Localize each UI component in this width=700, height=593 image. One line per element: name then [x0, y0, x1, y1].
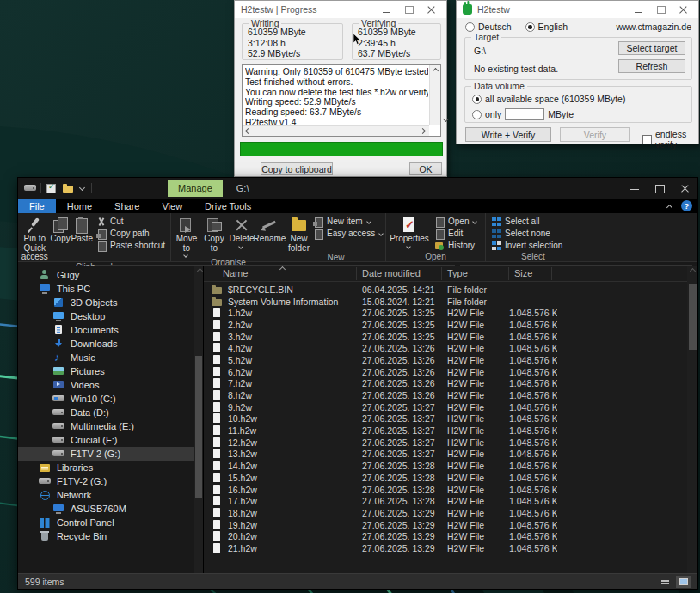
- scroll-right-icon[interactable]: [419, 126, 429, 137]
- column-header-type[interactable]: Type: [442, 267, 509, 280]
- paste-button[interactable]: Paste: [71, 215, 94, 244]
- manage-tab[interactable]: Manage: [168, 180, 223, 197]
- refresh-button[interactable]: Refresh: [618, 59, 685, 73]
- close-icon[interactable]: [672, 179, 697, 199]
- mbyte-amount-field[interactable]: [505, 108, 544, 120]
- verify-button[interactable]: Verify: [560, 127, 630, 142]
- deutsch-label[interactable]: Deutsch: [478, 21, 512, 32]
- ribbon-tab[interactable]: Share: [103, 199, 150, 213]
- file-row[interactable]: 3.h2w 27.06.2025. 13:25 H2W File 1.048.5…: [204, 331, 687, 343]
- log-horizontal-scrollbar[interactable]: [243, 125, 429, 136]
- maximize-icon[interactable]: [648, 179, 672, 199]
- maximize-icon[interactable]: [398, 2, 421, 17]
- close-icon[interactable]: [672, 2, 695, 17]
- endless-verify-checkbox[interactable]: [642, 135, 652, 144]
- paste-shortcut-button[interactable]: Paste shortcut: [96, 240, 165, 251]
- quick-access-dropdown-icon[interactable]: [78, 184, 87, 193]
- sidebar-item[interactable]: ASUSB760M: [18, 502, 194, 516]
- ok-button[interactable]: OK: [409, 162, 442, 175]
- invert-selection-button[interactable]: Invert selection: [491, 240, 562, 251]
- new-folder-button[interactable]: New folder: [288, 215, 310, 253]
- file-row[interactable]: 16.h2w 27.06.2025. 13:28 H2W File 1.048.…: [204, 484, 687, 496]
- file-row[interactable]: System Volume Information 15.08.2024. 12…: [204, 296, 687, 308]
- collapse-ribbon-icon[interactable]: [666, 202, 674, 211]
- website-link[interactable]: www.ctmagazin.de: [616, 21, 691, 32]
- progress-titlebar[interactable]: H2testw | Progress: [235, 1, 446, 18]
- properties-button[interactable]: Properties: [388, 215, 431, 249]
- file-row[interactable]: 2.h2w 27.06.2025. 13:25 H2W File 1.048.5…: [204, 319, 687, 331]
- main-titlebar[interactable]: H2testw: [457, 1, 698, 18]
- minimize-icon[interactable]: [623, 179, 648, 199]
- file-row[interactable]: 9.h2w 27.06.2025. 13:27 H2W File 1.048.5…: [204, 401, 687, 413]
- sidebar-item[interactable]: Pictures: [18, 364, 194, 378]
- select-all-button[interactable]: Select all: [491, 216, 562, 227]
- file-row[interactable]: 14.h2w 27.06.2025. 13:28 H2W File 1.048.…: [204, 460, 687, 472]
- sidebar-item[interactable]: Desktop: [18, 309, 194, 323]
- cut-button[interactable]: Cut: [96, 216, 165, 227]
- sidebar-item[interactable]: Music: [18, 351, 194, 364]
- column-header-date-modified[interactable]: Date modified: [357, 267, 442, 280]
- sidebar-item[interactable]: Libraries: [18, 461, 194, 474]
- file-row[interactable]: 18.h2w 27.06.2025. 13:29 H2W File 1.048.…: [204, 507, 687, 519]
- column-header-name[interactable]: Name: [204, 267, 357, 280]
- file-row[interactable]: 7.h2w 27.06.2025. 13:26 H2W File 1.048.5…: [204, 378, 687, 390]
- file-row[interactable]: 15.h2w 27.06.2025. 13:28 H2W File 1.048.…: [204, 472, 687, 484]
- file-row[interactable]: $RECYCLE.BIN 06.04.2025. 14:21 File fold…: [204, 284, 687, 296]
- open-button[interactable]: Open: [434, 216, 479, 227]
- file-row[interactable]: 20.h2w 27.06.2025. 13:29 H2W File 1.048.…: [204, 530, 687, 542]
- quick-access-check-icon[interactable]: [46, 183, 58, 193]
- sidebar-item[interactable]: Recycle Bin: [18, 529, 194, 543]
- log-vertical-scrollbar[interactable]: [429, 65, 440, 125]
- delete-button[interactable]: Delete: [228, 215, 255, 249]
- ribbon-tab[interactable]: View: [150, 199, 193, 213]
- ribbon-tab[interactable]: Drive Tools: [193, 199, 262, 213]
- file-row[interactable]: 6.h2w 27.06.2025. 13:26 H2W File 1.048.5…: [204, 366, 687, 378]
- deutsch-radio[interactable]: [465, 22, 475, 32]
- scroll-left-icon[interactable]: [243, 126, 253, 137]
- file-row[interactable]: 11.h2w 27.06.2025. 13:27 H2W File 1.048.…: [204, 425, 687, 437]
- sidebar-item[interactable]: This PC: [18, 282, 194, 296]
- help-icon[interactable]: ?: [681, 200, 692, 211]
- file-row[interactable]: 17.h2w 27.06.2025. 13:28 H2W File 1.048.…: [204, 495, 687, 507]
- sidebar-item[interactable]: Win10 (C:): [18, 392, 194, 406]
- ribbon-tab[interactable]: Home: [56, 199, 103, 213]
- copy-button[interactable]: Copy: [50, 215, 71, 244]
- result-log[interactable]: Warning: Only 610359 of 610475 MByte tes…: [242, 64, 441, 137]
- copy-to-clipboard-button[interactable]: Copy to clipboard: [261, 162, 333, 175]
- english-radio[interactable]: [525, 22, 535, 32]
- minimize-icon[interactable]: [376, 2, 398, 17]
- easy-access-button[interactable]: Easy access: [313, 228, 385, 239]
- sidebar-item[interactable]: Downloads: [18, 337, 194, 351]
- file-row[interactable]: 13.h2w 27.06.2025. 13:27 H2W File 1.048.…: [204, 449, 687, 461]
- file-row[interactable]: 12.h2w 27.06.2025. 13:27 H2W File 1.048.…: [204, 437, 687, 449]
- all-space-radio[interactable]: [472, 95, 482, 104]
- file-row[interactable]: 4.h2w 27.06.2025. 13:26 H2W File 1.048.5…: [204, 342, 687, 354]
- scroll-up-icon[interactable]: [194, 266, 203, 276]
- sidebar-item[interactable]: Gugy: [18, 268, 194, 282]
- sidebar-scrollbar[interactable]: [194, 266, 203, 573]
- copy-to-button[interactable]: Copy to: [200, 215, 228, 253]
- english-label[interactable]: English: [538, 21, 568, 32]
- sidebar-item[interactable]: Videos: [18, 378, 194, 392]
- select-target-button[interactable]: Select target: [618, 41, 685, 55]
- scroll-down-icon[interactable]: [440, 115, 451, 125]
- quick-access-folder-icon[interactable]: [62, 183, 74, 193]
- file-row[interactable]: 1.h2w 27.06.2025. 13:25 H2W File 1.048.5…: [204, 307, 687, 319]
- close-icon[interactable]: [421, 2, 443, 17]
- file-row[interactable]: 10.h2w 27.06.2025. 13:27 H2W File 1.048.…: [204, 413, 687, 425]
- explorer-titlebar[interactable]: Manage G:\: [18, 178, 697, 199]
- pin-to-quick-access-button[interactable]: Pin to Quick access: [20, 215, 50, 262]
- endless-verify-label[interactable]: endless verify: [655, 129, 698, 150]
- details-view-button[interactable]: [658, 576, 672, 588]
- file-list-scrollbar[interactable]: [687, 266, 697, 573]
- move-to-button[interactable]: Move to: [173, 215, 200, 258]
- column-header-size[interactable]: Size: [509, 267, 552, 280]
- scroll-up-icon[interactable]: [430, 65, 440, 76]
- edit-button[interactable]: Edit: [434, 228, 479, 239]
- write-verify-button[interactable]: Write + Verify: [465, 127, 551, 142]
- sidebar-item[interactable]: Control Panel: [18, 516, 194, 529]
- history-button[interactable]: History: [434, 240, 479, 251]
- sidebar-item[interactable]: 3D Objects: [18, 296, 194, 309]
- all-space-label[interactable]: all available space (610359 MByte): [485, 94, 625, 104]
- sidebar-item[interactable]: F1TV-2 (G:): [18, 447, 194, 461]
